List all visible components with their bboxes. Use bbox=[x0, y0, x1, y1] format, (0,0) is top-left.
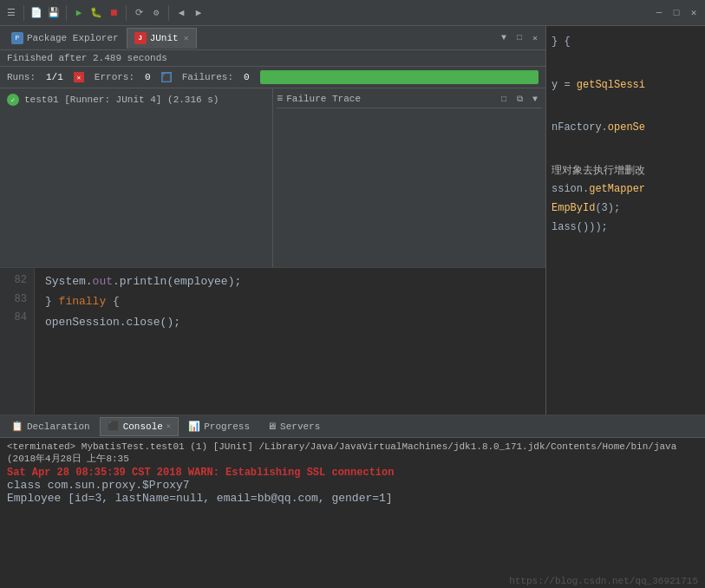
output-line-1: class com.sun.proxy.$Proxy7 bbox=[7, 479, 698, 492]
runs-label: Runs: bbox=[7, 72, 36, 82]
bottom-tab-bar: 📋 Declaration ⬛ Console ✕ 📊 Progress 🖥 S… bbox=[0, 415, 705, 438]
console-icon: ⬛ bbox=[108, 421, 120, 432]
toolbar-sep-4 bbox=[168, 5, 169, 21]
toolbar-sep-3 bbox=[126, 5, 127, 21]
warn-line: Sat Apr 28 08:35:39 CST 2018 WARN: Estab… bbox=[7, 467, 698, 479]
failure-trace-header: ≡ Failure Trace □ ⧉ ▼ bbox=[277, 92, 542, 108]
failures-value: 0 bbox=[244, 72, 250, 82]
output-line-2: Employee [id=3, lastName=null, email=bb@… bbox=[7, 492, 698, 505]
right-line-1: } { bbox=[552, 33, 700, 52]
tab-progress-label: Progress bbox=[204, 421, 250, 432]
runs-bar: Runs: 1/1 ✕ Errors: 0 ⬛ Failures: 0 bbox=[0, 67, 545, 88]
code-line-84: openSession.close(); bbox=[45, 312, 535, 332]
right-code-panel: } { y = getSqlSessi nFactory.openSe 理对象去… bbox=[546, 26, 705, 415]
code-content[interactable]: System.out.println(employee); } finally … bbox=[35, 268, 545, 415]
view-tab-bar: P Package Explorer J JUnit ✕ ▼ □ ✕ bbox=[0, 26, 545, 50]
right-line-9: EmpById(3); bbox=[552, 199, 700, 219]
test-item-label: test01 [Runner: JUnit 4] (2.316 s) bbox=[24, 95, 219, 105]
console-close[interactable]: ✕ bbox=[166, 421, 171, 431]
line-num-82: 82 bbox=[7, 271, 27, 291]
tab-junit-close[interactable]: ✕ bbox=[184, 33, 189, 43]
right-line-8: ssion.getMapper bbox=[552, 180, 700, 199]
right-line-7: 理对象去执行增删改 bbox=[552, 162, 700, 181]
terminated-line: <terminated> MybatisTest.test01 (1) [JUn… bbox=[7, 441, 698, 465]
tab-junit[interactable]: J JUnit ✕ bbox=[127, 28, 197, 49]
tab-console[interactable]: ⬛ Console ✕ bbox=[100, 417, 180, 436]
failure-trace-icon: ≡ bbox=[277, 93, 283, 105]
bottom-section: 📋 Declaration ⬛ Console ✕ 📊 Progress 🖥 S… bbox=[0, 415, 705, 588]
test-item[interactable]: ✓ test01 [Runner: JUnit 4] (2.316 s) bbox=[3, 92, 269, 108]
line-num-84: 84 bbox=[7, 309, 27, 328]
tab-package-explorer[interactable]: P Package Explorer bbox=[3, 28, 127, 49]
line-numbers: 82 83 84 bbox=[0, 268, 35, 415]
failure-trace-panel: ≡ Failure Trace □ ⧉ ▼ bbox=[273, 88, 545, 267]
test-results-area: ✓ test01 [Runner: JUnit 4] (2.316 s) ≡ F… bbox=[0, 88, 545, 267]
right-line-10: lass())); bbox=[552, 219, 700, 238]
tab-actions: ▼ □ ✕ bbox=[497, 31, 542, 45]
declaration-icon: 📋 bbox=[11, 421, 23, 432]
save-icon[interactable]: 💾 bbox=[46, 5, 62, 21]
watermark: https://blog.csdn.net/qq_36921715 bbox=[0, 574, 705, 588]
progress-bar-fill bbox=[260, 70, 539, 84]
minimize-icon[interactable]: ─ bbox=[651, 5, 667, 21]
junit-status: Finished after 2.489 seconds bbox=[0, 50, 545, 67]
right-code-content: } { y = getSqlSessi nFactory.openSe 理对象去… bbox=[546, 26, 705, 244]
failure-trace-label: Failure Trace bbox=[286, 94, 361, 104]
code-line-83: } finally { bbox=[45, 291, 535, 311]
run-icon[interactable]: ▶ bbox=[71, 5, 87, 21]
failure-icon: ⬛ bbox=[161, 72, 172, 82]
error-icon: ✕ bbox=[74, 72, 84, 82]
trace-action-3[interactable]: ▼ bbox=[528, 92, 542, 106]
new-icon[interactable]: 📄 bbox=[29, 5, 44, 21]
right-line-5: nFactory.openSe bbox=[552, 119, 700, 138]
menu-icon[interactable]: ☰ bbox=[3, 5, 19, 21]
tab-servers-label: Servers bbox=[280, 421, 320, 432]
progress-icon: 📊 bbox=[188, 421, 200, 432]
progress-bar-container bbox=[260, 70, 539, 84]
tab-progress[interactable]: 📊 Progress bbox=[180, 417, 258, 436]
tab-servers[interactable]: 🖥 Servers bbox=[259, 417, 328, 436]
test-list: ✓ test01 [Runner: JUnit 4] (2.316 s) bbox=[0, 88, 273, 267]
test-pass-icon: ✓ bbox=[7, 94, 19, 106]
debug-icon[interactable]: 🐛 bbox=[88, 5, 104, 21]
right-line-2 bbox=[552, 52, 700, 76]
refresh-icon[interactable]: ⟳ bbox=[131, 5, 147, 21]
trace-action-2[interactable]: ⧉ bbox=[512, 92, 526, 106]
stop-icon[interactable]: ⏹ bbox=[106, 5, 121, 21]
servers-icon: 🖥 bbox=[267, 421, 277, 432]
code-editor: 82 83 84 System.out.println(employee); }… bbox=[0, 267, 545, 415]
package-explorer-icon: P bbox=[11, 32, 23, 44]
errors-label: Errors: bbox=[95, 72, 134, 82]
forward-icon[interactable]: ▶ bbox=[191, 5, 206, 21]
line-num-83: 83 bbox=[7, 291, 27, 310]
junit-icon: J bbox=[134, 32, 147, 44]
console-output: <terminated> MybatisTest.test01 (1) [JUn… bbox=[0, 438, 705, 574]
runs-value: 1/1 bbox=[46, 72, 63, 82]
tab-action-close[interactable]: ✕ bbox=[528, 31, 542, 45]
close-window-icon[interactable]: ✕ bbox=[686, 5, 702, 21]
back-icon[interactable]: ◀ bbox=[173, 5, 189, 21]
right-line-3: y = getSqlSessi bbox=[552, 76, 700, 95]
toolbar-sep-1 bbox=[23, 5, 24, 21]
errors-value: 0 bbox=[145, 72, 151, 82]
right-line-4 bbox=[552, 95, 700, 119]
main-toolbar: ☰ 📄 💾 ▶ 🐛 ⏹ ⟳ ⚙ ◀ ▶ ─ □ ✕ bbox=[0, 0, 705, 26]
failures-label: Failures: bbox=[182, 72, 233, 82]
failure-trace-actions: □ ⧉ ▼ bbox=[497, 92, 542, 106]
tab-declaration-label: Declaration bbox=[27, 421, 90, 432]
tab-junit-label: JUnit bbox=[150, 33, 179, 43]
maximize-icon[interactable]: □ bbox=[669, 5, 684, 21]
settings-icon[interactable]: ⚙ bbox=[148, 5, 164, 21]
tab-declaration[interactable]: 📋 Declaration bbox=[3, 417, 98, 436]
tab-action-minimize[interactable]: ▼ bbox=[497, 31, 511, 45]
code-line-82: System.out.println(employee); bbox=[45, 271, 535, 291]
tab-action-maximize[interactable]: □ bbox=[512, 31, 526, 45]
toolbar-sep-2 bbox=[66, 5, 67, 21]
trace-action-1[interactable]: □ bbox=[497, 92, 511, 106]
tab-package-explorer-label: Package Explorer bbox=[27, 33, 119, 43]
tab-console-label: Console bbox=[123, 421, 163, 432]
